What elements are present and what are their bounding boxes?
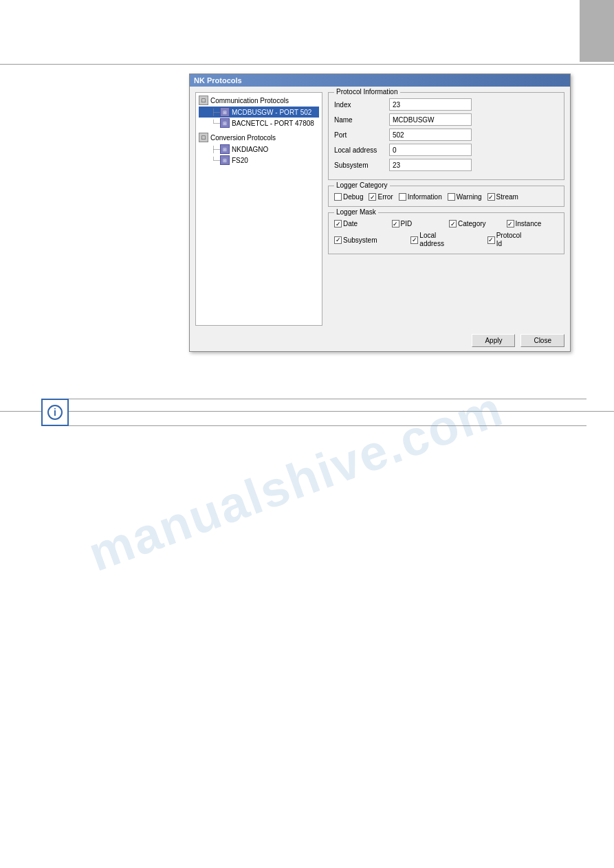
field-label-local-address: Local address [334,146,389,154]
close-button[interactable]: Close [520,334,564,347]
tree-item-label-2: BACNETCL - PORT 47808 [232,120,314,127]
comm-protocols-icon: □ [199,96,208,105]
field-row-port: Port [334,129,558,141]
tree-panel: □ Communication Protocols ├─ ⊞ MCDBUSGW … [195,92,322,326]
logger-category-title: Logger Category [334,181,390,189]
logger-category-group: Logger Category Debug Error [328,186,564,207]
cb-label-category: Category [458,220,486,227]
field-input-port[interactable] [389,129,472,141]
logger-mask-row1: Date PID Category Instance [334,220,558,227]
dialog-titlebar: NK Protocols [190,74,570,87]
cb-information[interactable] [399,193,406,201]
field-row-subsystem: Subsystem [334,159,558,171]
field-label-subsystem: Subsystem [334,162,389,169]
field-row-index: Index [334,98,558,111]
tree-item-icon-4: ⊞ [220,155,230,165]
watermark: manualshive.com [99,326,492,637]
conv-protocols-group: □ Conversion Protocols [199,133,319,142]
field-input-name[interactable] [389,113,472,126]
tree-item-nkdiagno[interactable]: ├─ ⊞ NKDIAGNO [199,144,319,155]
cb-subsystem[interactable] [334,236,342,244]
logger-mask-title: Logger Mask [334,208,378,216]
field-label-name: Name [334,116,389,124]
cb-label-warning: Warning [457,193,482,201]
tree-item-label-4: FS20 [232,157,248,164]
tree-item-mcdbusgw[interactable]: ├─ ⊞ MCDBUSGW - PORT 502 [199,107,319,118]
field-row-name: Name [334,113,558,126]
cb-item-category[interactable]: Category [449,220,501,227]
tree-item-icon-1: ⊞ [220,107,230,117]
tree-item-icon-3: ⊞ [220,144,230,154]
cb-label-information: Information [408,193,442,201]
tree-connector-4: └─ [211,157,218,164]
cb-warning[interactable] [448,193,455,201]
logger-category-row: Debug Error Information Wa [334,193,558,201]
info-note: i [41,399,586,426]
top-bar [580,0,614,62]
info-icon: i [47,405,63,420]
hr-top [0,64,614,65]
cb-label-subsystem: Subsystem [343,236,377,244]
dialog-title: NK Protocols [194,76,242,85]
field-row-local-address: Local address [334,144,558,156]
cb-label-error: Error [377,193,393,201]
tree-connector-2: └─ [211,120,218,126]
cb-item-stream[interactable]: Stream [487,193,518,201]
tree-item-label-3: NKDIAGNO [232,146,268,153]
tree-connector-1: ├─ [211,109,218,115]
tree-item-label-1: MCDBUSGW - PORT 502 [232,109,311,116]
cb-instance[interactable] [507,220,514,227]
apply-button[interactable]: Apply [472,334,515,347]
info-note-text [69,399,586,426]
cb-item-debug[interactable]: Debug [334,193,363,201]
cb-pid[interactable] [392,220,399,227]
nk-protocols-dialog: NK Protocols □ Communication Protocols ├… [189,74,571,352]
cb-debug[interactable] [334,193,342,201]
cb-label-date: Date [343,220,358,227]
cb-date[interactable] [334,220,342,227]
field-input-index[interactable] [389,98,472,111]
tree-connector-3: ├─ [211,146,218,153]
field-label-index: Index [334,101,389,109]
cb-label-stream: Stream [496,193,518,201]
comm-protocols-label: Communication Protocols [210,97,289,104]
field-input-subsystem[interactable] [389,159,472,171]
cb-item-protocol-id[interactable]: ProtocolId [487,232,558,248]
cb-item-instance[interactable]: Instance [507,220,559,227]
cb-item-pid[interactable]: PID [392,220,444,227]
comm-protocols-group: □ Communication Protocols [199,96,319,105]
field-label-port: Port [334,131,389,139]
cb-stream[interactable] [487,193,495,201]
cb-item-information[interactable]: Information [399,193,442,201]
cb-item-error[interactable]: Error [369,193,393,201]
tree-item-fs20[interactable]: └─ ⊞ FS20 [199,155,319,166]
info-panel: Protocol Information Index Name Port [328,92,564,326]
cb-protocol-id[interactable] [487,236,495,244]
cb-item-date[interactable]: Date [334,220,386,227]
cb-category[interactable] [449,220,457,227]
cb-item-local-address-mask[interactable]: Localaddress [410,232,481,248]
logger-mask-group: Logger Mask Date PID [328,212,564,254]
protocol-info-group: Protocol Information Index Name Port [328,92,564,180]
cb-error[interactable] [369,193,376,201]
cb-label-pid: PID [401,220,413,227]
cb-item-subsystem[interactable]: Subsystem [334,232,405,248]
dialog-body: □ Communication Protocols ├─ ⊞ MCDBUSGW … [190,87,570,331]
cb-item-warning[interactable]: Warning [448,193,482,201]
logger-mask-row2: Subsystem Localaddress ProtocolId [334,232,558,248]
conv-protocols-icon: □ [199,133,208,142]
conv-protocols-label: Conversion Protocols [210,134,276,142]
tree-item-icon-2: ⊞ [220,118,230,128]
cb-local-address[interactable] [410,236,418,244]
protocol-info-title: Protocol Information [334,88,400,96]
cb-label-debug: Debug [343,193,363,201]
field-input-local-address[interactable] [389,144,472,156]
cb-label-local-address-mask: Localaddress [419,232,444,248]
tree-item-bacnetcl[interactable]: └─ ⊞ BACNETCL - PORT 47808 [199,118,319,129]
cb-label-instance: Instance [516,220,542,227]
info-icon-box: i [41,399,69,426]
button-row: Apply Close [190,331,570,351]
cb-label-protocol-id: ProtocolId [496,232,522,248]
